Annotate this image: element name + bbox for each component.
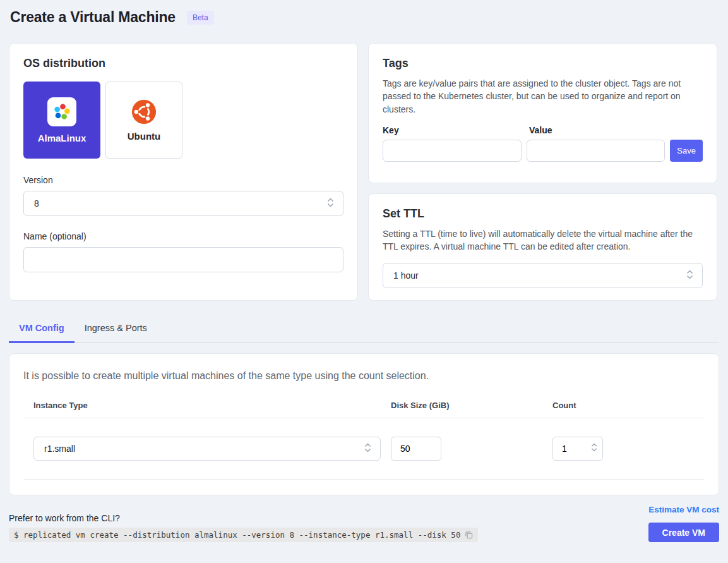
ttl-description: Setting a TTL (time to live) will automa… [383, 227, 698, 253]
save-tag-button[interactable]: Save [670, 140, 703, 162]
os-tile-ubuntu[interactable]: Ubuntu [105, 82, 182, 159]
os-tile-almalinux-label: AlmaLinux [38, 133, 87, 143]
actions-section: Estimate VM cost Create VM [648, 505, 719, 542]
cli-prompt-text: Prefer to work from the CLI? [9, 513, 478, 523]
copy-icon[interactable] [465, 531, 473, 539]
name-label: Name (optional) [23, 231, 343, 241]
disk-size-input[interactable] [391, 437, 441, 461]
ttl-select[interactable]: 1 hour [383, 263, 703, 288]
version-select[interactable]: 8 [23, 191, 343, 216]
chevron-up-down-icon [327, 198, 334, 210]
page-title: Create a Virtual Machine [10, 9, 176, 26]
chevron-up-down-icon [591, 443, 597, 455]
tab-bar: VM Config Ingress & Ports [9, 318, 719, 343]
tags-description: Tags are key/value pairs that are assign… [383, 77, 690, 116]
set-ttl-title: Set TTL [383, 207, 703, 221]
instance-type-value: r1.small [44, 444, 75, 454]
page-footer: Prefer to work from the CLI? $ replicate… [9, 503, 719, 542]
chevron-up-down-icon [364, 443, 371, 455]
tags-input-row: Save [383, 140, 703, 162]
ttl-select-value: 1 hour [393, 270, 419, 281]
cli-command-strip: $ replicated vm create --distribution al… [9, 528, 478, 542]
tags-card: Tags Tags are key/value pairs that are a… [368, 43, 717, 183]
os-tiles: AlmaLinux [23, 82, 343, 159]
cli-command-text: $ replicated vm create --distribution al… [14, 530, 460, 540]
cli-section: Prefer to work from the CLI? $ replicate… [9, 513, 478, 542]
tags-field-labels: Key Value [383, 125, 703, 135]
tag-value-input[interactable] [527, 140, 665, 162]
set-ttl-card: Set TTL Setting a TTL (time to live) wil… [368, 193, 717, 301]
os-distribution-title: OS distribution [23, 57, 343, 70]
almalinux-icon [47, 97, 76, 126]
count-stepper[interactable] [552, 437, 603, 461]
create-vm-page: Create a Virtual Machine Beta OS distrib… [0, 0, 728, 542]
tab-ingress-ports[interactable]: Ingress & Ports [75, 318, 157, 342]
instance-table-row: r1.small [23, 418, 705, 480]
column-count: Count [552, 401, 705, 410]
vm-name-input[interactable] [23, 247, 343, 272]
estimate-vm-cost-link[interactable]: Estimate VM cost [648, 505, 719, 514]
tab-vm-config[interactable]: VM Config [9, 318, 75, 343]
ubuntu-icon [131, 99, 157, 124]
os-tile-almalinux[interactable]: AlmaLinux [23, 82, 100, 159]
right-column: Tags Tags are key/value pairs that are a… [368, 43, 717, 301]
key-label: Key [383, 125, 529, 135]
create-vm-button[interactable]: Create VM [648, 523, 719, 542]
chevron-up-down-icon [686, 269, 693, 281]
top-cards-row: OS distribution [9, 43, 719, 301]
vm-config-card: It is possible to create multiple virtua… [9, 353, 719, 495]
os-tile-ubuntu-label: Ubuntu [128, 131, 160, 142]
value-label: Value [529, 125, 552, 135]
page-header: Create a Virtual Machine Beta [9, 9, 719, 26]
instance-table-header: Instance Type Disk Size (GiB) Count [23, 401, 705, 418]
tags-title: Tags [383, 57, 703, 70]
instance-type-select[interactable]: r1.small [33, 437, 381, 461]
beta-badge: Beta [187, 11, 214, 25]
instance-table: Instance Type Disk Size (GiB) Count r1.s… [23, 401, 705, 480]
version-select-value: 8 [34, 198, 39, 209]
version-label: Version [23, 175, 343, 185]
tag-key-input[interactable] [383, 140, 522, 162]
column-disk-size: Disk Size (GiB) [391, 401, 552, 410]
column-instance-type: Instance Type [33, 401, 391, 410]
vm-config-description: It is possible to create multiple virtua… [23, 370, 705, 382]
os-distribution-card: OS distribution [9, 43, 358, 301]
